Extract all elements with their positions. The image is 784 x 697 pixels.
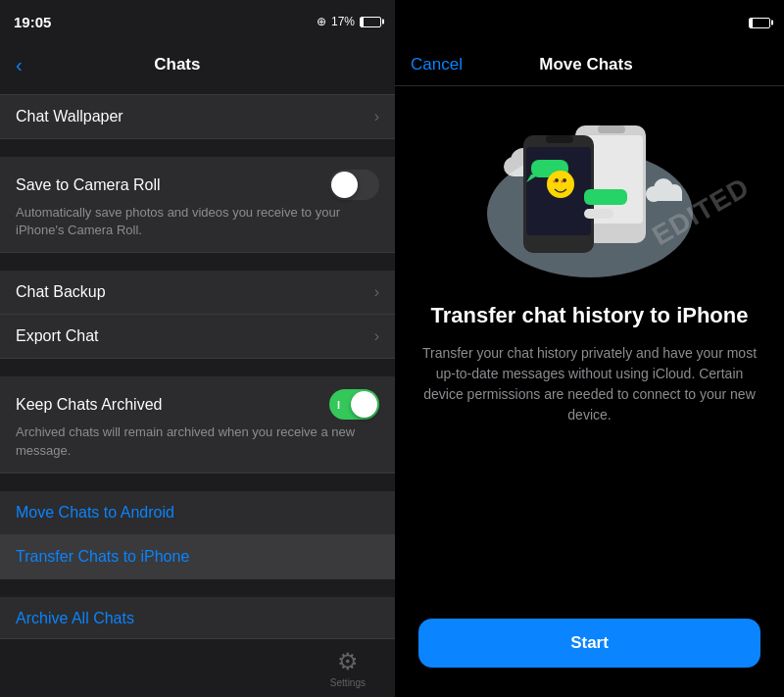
save-camera-roll-label: Save to Camera Roll [16,176,161,194]
save-camera-roll-item: Save to Camera Roll Automatically save p… [0,157,395,253]
back-chevron-icon: ‹ [16,55,23,75]
right-time: 19:05 [409,13,448,30]
gap4 [0,473,395,491]
toggle-row-camera: Save to Camera Roll [16,170,379,200]
bottom-tab-bar: ⚙ Settings [0,638,395,697]
svg-rect-11 [598,125,625,133]
gap1 [0,139,395,157]
gap2 [0,253,395,271]
toggle-knob-2 [351,391,377,418]
right-location-icon: ⊕ [696,14,709,30]
archive-all-chats-label: Archive All Chats [16,610,134,626]
move-chats-android-label: Move Chats to Android [16,504,174,521]
chevron-icon: › [374,108,379,125]
svg-text:♥: ♥ [553,178,556,184]
battery-icon [360,17,381,27]
export-chat-label: Export Chat [16,327,374,345]
svg-rect-14 [546,135,573,143]
phones-svg: ♥ ♥ [472,106,708,282]
save-camera-roll-desc: Automatically save photos and videos you… [16,204,379,239]
svg-rect-8 [654,191,682,201]
archive-all-chats-item[interactable]: Archive All Chats [0,597,395,638]
svg-rect-22 [584,189,627,205]
left-time: 19:05 [14,14,51,30]
phones-illustration: ♥ ♥ [472,106,708,282]
left-nav-bar: ‹ Chats [0,43,395,86]
toggle-on-label: I [337,399,340,411]
right-battery-icon [749,18,770,28]
settings-tab-button[interactable]: ⚙ Settings [330,648,366,688]
right-content: ♥ ♥ Transfer chat history to iPhone Tran… [395,86,784,697]
start-button[interactable]: Start [418,619,760,668]
export-chat-item[interactable]: Export Chat › [0,315,395,359]
left-status-icons: ⊕ 17% [317,15,381,28]
settings-tab-label: Settings [330,677,366,688]
right-nav-bar: Cancel Move Chats [395,43,784,86]
right-status-icons: ⊕ 17% [696,13,770,31]
chat-wallpaper-label: Chat Wallpaper [16,108,374,125]
transfer-chats-iphone-label: Transfer Chats to iPhone [16,548,189,565]
back-button[interactable]: ‹ [16,55,24,75]
chevron-icon-2: › [374,283,379,301]
transfer-title: Transfer chat history to iPhone [431,302,749,329]
right-panel: 19:05 ⊕ 17% Cancel Move Chats [395,0,784,697]
gap5 [0,579,395,597]
svg-point-17 [547,171,574,198]
svg-text:♥: ♥ [561,178,564,184]
right-status-bar: 19:05 ⊕ 17% [395,0,784,43]
gap3 [0,359,395,376]
keep-chats-archived-desc: Archived chats will remain archived when… [16,423,379,459]
toggle-row-archived: Keep Chats Archived I [16,389,379,420]
chat-backup-item[interactable]: Chat Backup › [0,271,395,315]
transfer-chats-iphone-item[interactable]: Transfer Chats to iPhone [0,535,395,579]
chevron-icon-3: › [374,327,379,345]
right-battery-percent: 17% [713,14,745,30]
left-status-bar: 19:05 ⊕ 17% [0,0,395,43]
left-panel: 19:05 ⊕ 17% ‹ Chats Chat Wallpaper › [0,0,395,697]
chat-backup-label: Chat Backup [16,283,374,301]
svg-rect-23 [584,209,613,219]
cancel-button[interactable]: Cancel [411,55,463,75]
location-icon: ⊕ [317,15,326,28]
right-page-title: Move Chats [539,55,632,75]
move-chats-android-item[interactable]: Move Chats to Android [0,491,395,535]
keep-chats-archived-item: Keep Chats Archived I Archived chats wil… [0,376,395,473]
page-title: Chats [24,55,330,75]
keep-chats-archived-toggle[interactable]: I [329,389,379,420]
chat-wallpaper-item[interactable]: Chat Wallpaper › [0,94,395,139]
settings-list: Chat Wallpaper › Save to Camera Roll Aut… [0,86,395,638]
keep-chats-archived-label: Keep Chats Archived [16,396,162,414]
save-camera-roll-toggle[interactable] [329,170,379,200]
transfer-description: Transfer your chat history privately and… [418,343,760,425]
section-wallpaper: Chat Wallpaper › [0,94,395,139]
left-battery-percent: 17% [331,15,355,28]
gear-icon: ⚙ [337,648,359,675]
toggle-knob [331,172,358,198]
